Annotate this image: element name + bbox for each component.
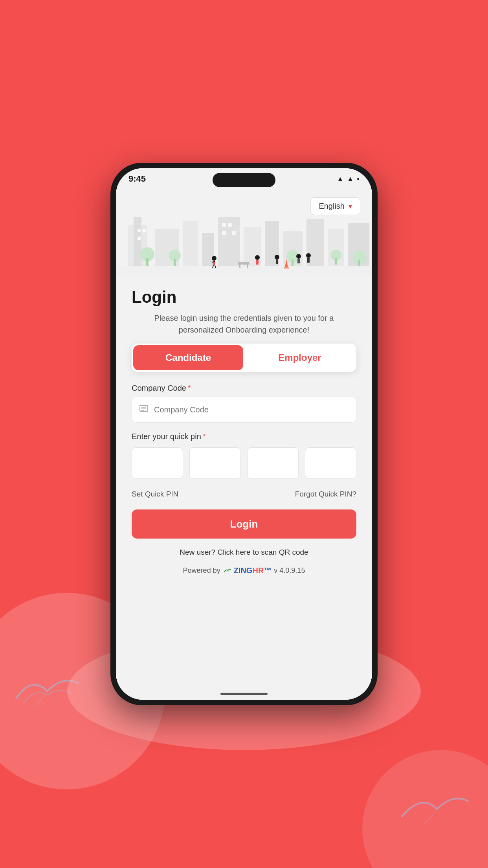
bird-decoration-right: [390, 782, 476, 837]
battery-icon: ▪: [357, 175, 360, 183]
svg-point-30: [212, 256, 216, 261]
login-section: Login Please login using the credentials…: [116, 276, 372, 344]
pin-boxes-group: [132, 447, 356, 479]
status-icons-group: ▲ ▲ ▪: [337, 175, 360, 183]
svg-rect-41: [276, 259, 278, 264]
set-pin-link[interactable]: Set Quick PIN: [132, 490, 178, 498]
forgot-pin-link[interactable]: Forgot Quick PIN?: [295, 490, 356, 498]
tab-selector: Candidate Employer: [132, 344, 356, 372]
svg-rect-14: [138, 237, 141, 240]
phone-frame: 9:45 ▲ ▲ ▪ English ▾: [110, 163, 378, 705]
svg-rect-7: [265, 221, 279, 272]
form-area: Company Code *: [116, 384, 372, 583]
svg-rect-3: [183, 221, 198, 272]
svg-rect-26: [335, 258, 337, 265]
company-code-label: Company Code *: [132, 384, 356, 393]
dynamic-island: [213, 173, 275, 187]
svg-rect-18: [232, 231, 236, 235]
scroll-content[interactable]: Login Please login using the credentials…: [116, 276, 372, 688]
company-code-input-wrapper[interactable]: [132, 397, 356, 423]
pin-box-3[interactable]: [247, 447, 299, 479]
svg-point-44: [296, 254, 301, 259]
svg-rect-22: [174, 259, 176, 266]
zinghr-brand: ZINGHR™: [234, 566, 272, 575]
svg-rect-16: [228, 223, 232, 227]
login-subtitle: Please login using the credentials given…: [132, 312, 356, 336]
language-selector[interactable]: English ▾: [310, 197, 360, 215]
signal-icon: ▲: [347, 175, 354, 183]
pin-box-2[interactable]: [189, 447, 241, 479]
zinghr-bird-icon: [223, 566, 231, 575]
version-text: v 4.0.9.15: [274, 566, 305, 575]
login-button[interactable]: Login: [132, 509, 356, 539]
svg-rect-12: [138, 229, 141, 232]
quick-pin-label: Enter your quick pin *: [132, 432, 356, 441]
company-code-icon: [138, 403, 149, 417]
zing-text: ZING: [234, 566, 253, 575]
header-illustration: English ▾: [116, 189, 372, 276]
tab-candidate[interactable]: Candidate: [133, 345, 243, 370]
svg-rect-29: [116, 266, 372, 276]
pin-box-4[interactable]: [305, 447, 356, 479]
svg-rect-24: [292, 259, 294, 267]
login-title: Login: [132, 288, 356, 307]
svg-rect-39: [256, 260, 259, 265]
new-user-text: New user?: [180, 548, 215, 556]
svg-rect-35: [238, 262, 250, 265]
chevron-down-icon: ▾: [349, 202, 352, 211]
svg-point-38: [255, 255, 260, 260]
home-bar: [220, 693, 268, 695]
qr-code-section: New user? Click here to scan QR code: [132, 548, 356, 557]
svg-rect-45: [297, 259, 300, 263]
status-time: 9:45: [128, 174, 146, 184]
phone-screen: 9:45 ▲ ▲ ▪ English ▾: [116, 168, 372, 700]
svg-rect-47: [307, 258, 310, 263]
required-star-company: *: [188, 384, 191, 393]
svg-rect-1: [134, 217, 141, 272]
pin-box-1[interactable]: [132, 447, 183, 479]
hr-text: HR: [252, 566, 264, 575]
wifi-icon: ▲: [337, 175, 344, 183]
powered-by-text: Powered by: [183, 566, 220, 575]
svg-rect-13: [143, 229, 146, 232]
svg-rect-36: [239, 265, 240, 268]
svg-rect-37: [247, 265, 248, 268]
svg-rect-15: [222, 223, 226, 227]
tab-candidate-label: Candidate: [165, 352, 211, 363]
svg-rect-6: [244, 227, 261, 272]
tab-employer-label: Employer: [278, 352, 321, 363]
svg-rect-20: [146, 258, 149, 266]
language-selected-text: English: [319, 202, 345, 211]
footer: Powered by ZINGHR™ v 4.0.9.15: [132, 566, 356, 583]
company-code-input[interactable]: [154, 405, 350, 414]
home-indicator[interactable]: [116, 688, 372, 700]
status-bar: 9:45 ▲ ▲ ▪: [116, 168, 372, 189]
tab-employer[interactable]: Employer: [245, 345, 355, 370]
svg-rect-17: [222, 231, 226, 235]
links-row: Set Quick PIN Forgot Quick PIN?: [132, 490, 356, 498]
svg-rect-43: [284, 267, 289, 268]
required-star-pin: *: [203, 432, 206, 441]
qr-link[interactable]: Click here to scan QR code: [217, 548, 308, 556]
svg-point-46: [306, 253, 311, 258]
svg-point-40: [275, 255, 279, 259]
svg-rect-9: [306, 219, 324, 272]
